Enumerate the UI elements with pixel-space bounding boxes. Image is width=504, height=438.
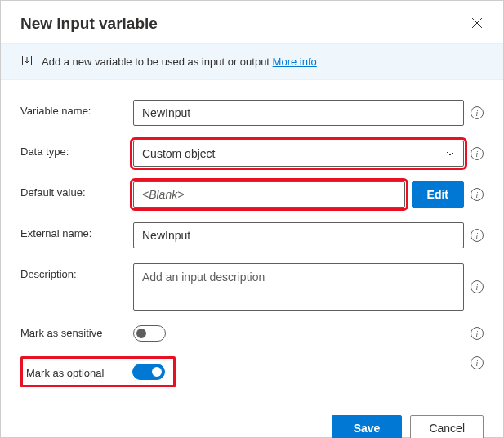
info-bar-message: Add a new variable to be used as input o… bbox=[42, 56, 273, 68]
mark-optional-toggle[interactable] bbox=[132, 364, 165, 380]
mark-sensitive-toggle[interactable] bbox=[133, 325, 166, 342]
row-mark-sensitive: Mark as sensitive i bbox=[20, 325, 484, 342]
row-external-name: External name: i bbox=[20, 222, 484, 248]
variable-name-label: Variable name: bbox=[20, 100, 127, 117]
external-name-input[interactable] bbox=[133, 222, 464, 248]
info-icon[interactable]: i bbox=[471, 327, 484, 340]
description-input[interactable] bbox=[133, 263, 464, 311]
info-icon[interactable]: i bbox=[471, 106, 484, 119]
more-info-link[interactable]: More info bbox=[273, 56, 317, 68]
mark-sensitive-label: Mark as sensitive bbox=[20, 325, 127, 339]
info-icon[interactable]: i bbox=[471, 147, 484, 160]
row-variable-name: Variable name: i bbox=[20, 100, 484, 126]
data-type-value: Custom object bbox=[142, 147, 215, 160]
chevron-down-icon bbox=[445, 149, 455, 159]
download-icon bbox=[20, 54, 33, 69]
form-body: Variable name: i Data type: Custom objec… bbox=[1, 80, 503, 402]
info-icon[interactable]: i bbox=[471, 188, 484, 201]
info-bar: Add a new variable to be used as input o… bbox=[1, 43, 503, 80]
save-button[interactable]: Save bbox=[332, 415, 403, 438]
default-value-label: Default value: bbox=[20, 181, 127, 199]
data-type-label: Data type: bbox=[20, 141, 127, 158]
edit-default-value-button[interactable]: Edit bbox=[412, 181, 464, 208]
row-data-type: Data type: Custom object i bbox=[20, 141, 484, 167]
close-button[interactable] bbox=[467, 14, 487, 34]
info-icon[interactable]: i bbox=[471, 356, 484, 369]
row-description: Description: i bbox=[20, 263, 484, 311]
row-mark-optional: Mark as optional i bbox=[20, 356, 484, 387]
default-value-input[interactable] bbox=[133, 181, 405, 208]
row-default-value: Default value: Edit i bbox=[20, 181, 484, 208]
dialog-header: New input variable bbox=[1, 1, 503, 43]
description-label: Description: bbox=[20, 263, 127, 280]
external-name-label: External name: bbox=[20, 222, 127, 239]
cancel-button[interactable]: Cancel bbox=[410, 415, 484, 438]
new-input-variable-dialog: New input variable Add a new variable to… bbox=[0, 0, 504, 438]
dialog-title: New input variable bbox=[20, 15, 158, 33]
variable-name-input[interactable] bbox=[133, 100, 464, 126]
dialog-footer: Save Cancel bbox=[1, 402, 503, 438]
info-icon[interactable]: i bbox=[471, 280, 484, 293]
mark-optional-highlight: Mark as optional bbox=[20, 356, 176, 387]
data-type-select[interactable]: Custom object bbox=[133, 141, 464, 167]
info-icon[interactable]: i bbox=[471, 229, 484, 242]
close-icon bbox=[471, 17, 483, 31]
info-bar-text: Add a new variable to be used as input o… bbox=[42, 56, 317, 68]
mark-optional-label: Mark as optional bbox=[26, 365, 132, 379]
